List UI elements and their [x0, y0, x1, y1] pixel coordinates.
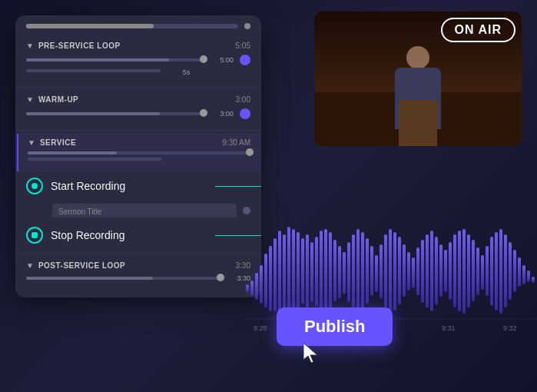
svg-rect-4 [264, 254, 267, 307]
service-slider[interactable] [28, 151, 250, 154]
slider-thumb-4 [217, 274, 224, 281]
start-recording-row[interactable]: Start Recording [15, 171, 261, 201]
svg-rect-55 [499, 229, 502, 314]
svg-rect-0 [246, 284, 249, 292]
svg-rect-22 [347, 242, 350, 302]
service-air-time: 9:30 AM [222, 138, 250, 147]
svg-rect-8 [283, 234, 286, 311]
scrubber-thumb [244, 23, 250, 29]
warm-up-slider-row[interactable]: 3:00 [26, 108, 250, 119]
pre-service-slider-1-row[interactable]: 5:00 [26, 55, 250, 65]
waveform-bars [246, 227, 535, 315]
pre-service-toggle[interactable] [240, 55, 250, 65]
svg-rect-29 [380, 244, 383, 298]
slider-fill [26, 58, 169, 61]
stop-recording-button[interactable] [26, 227, 43, 244]
recording-connector-line [215, 186, 261, 187]
svg-rect-30 [384, 234, 387, 307]
pre-service-loop-section: ▼ PRE-SERVICE LOOP 5:05 5:00 5s [15, 37, 261, 84]
sermon-title-input[interactable]: Sermon Title [52, 204, 237, 218]
service-title: SERVICE [40, 138, 76, 147]
top-scrubber[interactable] [15, 23, 261, 37]
svg-rect-5 [269, 246, 272, 311]
sermon-title-placeholder: Sermon Title [52, 208, 101, 216]
svg-rect-15 [315, 237, 318, 306]
svg-rect-3 [260, 265, 263, 304]
svg-rect-26 [366, 238, 369, 304]
post-service-loop-section: ▼ POST-SERVICE LOOP 3:30 3:30 [15, 257, 261, 290]
scrubber-fill [26, 24, 154, 28]
warm-up-toggle[interactable] [240, 108, 250, 119]
slider-fill-4 [26, 277, 153, 280]
collapse-arrow-icon-3: ▼ [28, 138, 35, 147]
scrubber-track[interactable] [26, 24, 238, 28]
post-service-loop-title: POST-SERVICE LOOP [38, 261, 125, 270]
svg-rect-27 [370, 246, 373, 296]
record-icon [31, 183, 38, 189]
warm-up-section: ▼ WARM-UP 3:00 3:00 [15, 91, 261, 127]
svg-rect-38 [421, 240, 424, 303]
slider-fill-2 [26, 112, 160, 115]
svg-rect-49 [472, 240, 475, 301]
warm-up-slider[interactable] [26, 112, 204, 115]
video-panel: ON AIR [314, 12, 522, 146]
service-slider-row[interactable] [28, 151, 250, 154]
start-recording-label: Start Recording [51, 180, 125, 192]
warm-up-title: WARM-UP [38, 95, 78, 104]
warm-up-duration: 3:00 [236, 95, 250, 104]
svg-rect-34 [403, 244, 406, 297]
service-small-bar [28, 158, 161, 161]
svg-rect-47 [462, 229, 466, 314]
svg-rect-32 [393, 232, 396, 311]
stop-recording-row[interactable]: Stop Recording [15, 221, 261, 250]
svg-rect-44 [449, 242, 452, 300]
publish-button[interactable]: Publish [277, 307, 393, 346]
svg-rect-9 [287, 227, 290, 315]
warm-up-header[interactable]: ▼ WARM-UP 3:00 [26, 95, 250, 104]
svg-rect-20 [338, 246, 341, 298]
service-slider-row-2[interactable] [28, 158, 250, 164]
svg-rect-60 [522, 265, 525, 284]
sermon-title-row[interactable]: Sermon Title [15, 201, 261, 221]
svg-rect-39 [426, 234, 429, 307]
svg-rect-57 [509, 242, 512, 300]
post-service-loop-header[interactable]: ▼ POST-SERVICE LOOP 3:30 [26, 261, 250, 270]
svg-rect-52 [486, 246, 489, 296]
svg-rect-61 [527, 271, 530, 282]
svg-rect-45 [453, 234, 456, 307]
warm-up-time-label: 3:00 [210, 110, 234, 118]
svg-rect-35 [407, 252, 410, 291]
pre-service-slider-1[interactable] [26, 58, 204, 61]
stop-icon [31, 232, 38, 238]
svg-rect-56 [504, 234, 507, 307]
post-service-slider-row[interactable]: 3:30 [26, 274, 250, 282]
pre-service-loop-title: PRE-SERVICE LOOP [38, 42, 121, 50]
service-header[interactable]: ▼ SERVICE 9:30 AM [28, 138, 250, 147]
start-recording-button[interactable] [26, 178, 43, 194]
svg-rect-2 [255, 273, 258, 300]
svg-rect-12 [301, 238, 304, 304]
post-service-slider[interactable] [26, 277, 221, 280]
slider-thumb-2 [200, 109, 207, 117]
slider-thumb-3 [246, 148, 254, 156]
collapse-arrow-icon-2: ▼ [26, 95, 34, 104]
svg-marker-69 [303, 343, 317, 363]
svg-rect-50 [476, 247, 479, 295]
pre-service-slider-2-row[interactable]: 5s [26, 68, 250, 76]
svg-rect-53 [490, 237, 493, 306]
svg-rect-19 [333, 240, 336, 301]
collapse-arrow-icon: ▼ [26, 42, 34, 50]
stop-recording-label: Stop Recording [51, 229, 125, 241]
publish-button-label: Publish [304, 317, 365, 337]
podium [399, 100, 437, 146]
svg-rect-23 [352, 234, 355, 307]
svg-rect-37 [416, 247, 419, 295]
divider-2 [15, 130, 261, 131]
svg-rect-41 [435, 237, 438, 304]
svg-rect-31 [389, 229, 392, 312]
service-section: ▼ SERVICE 9:30 AM [17, 134, 261, 171]
pre-service-loop-header[interactable]: ▼ PRE-SERVICE LOOP 5:05 [26, 42, 250, 50]
preacher-head [406, 46, 429, 69]
svg-text:9:28: 9:28 [254, 324, 267, 332]
waveform-display: 9:28 9:29 9:30 9:31 9:32 [246, 223, 537, 377]
